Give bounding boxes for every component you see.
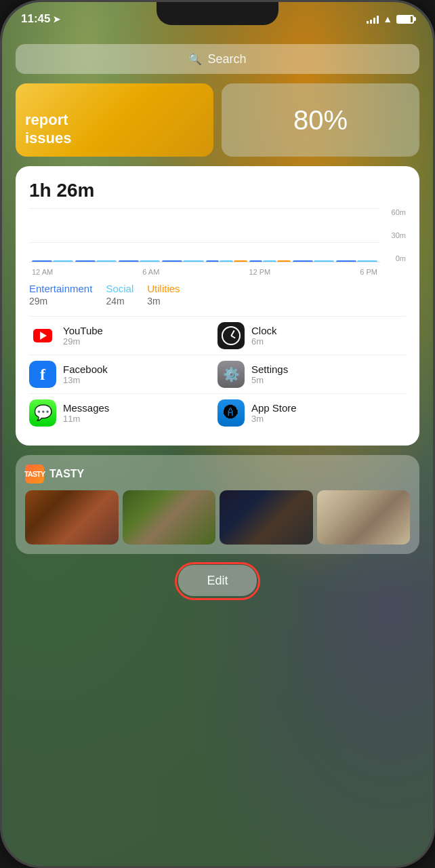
chart-x-6pm: 6 PM: [360, 268, 377, 276]
clock-icon: [218, 322, 245, 349]
app-name-messages: Messages: [63, 402, 109, 414]
app-time-messages: 11m: [63, 414, 109, 424]
search-bar[interactable]: 🔍 Search: [16, 44, 419, 74]
app-item-facebook[interactable]: f Facebook 13m: [29, 355, 218, 393]
chart-y-label-0m: 0m: [396, 254, 406, 262]
wifi-icon: ▲: [383, 14, 392, 24]
chart-y-labels: 60m 30m 0m: [382, 208, 406, 262]
tasty-food-image-1[interactable]: [25, 490, 119, 545]
app-name-appstore: App Store: [251, 402, 297, 414]
search-bar-label: Search: [207, 52, 246, 66]
chart-canvas: [29, 208, 380, 262]
notch: [157, 2, 278, 25]
chart-bar-group-6: [293, 260, 334, 262]
app-item-clock[interactable]: Clock 6m: [218, 316, 406, 355]
chart-x-6am: 6 AM: [142, 268, 159, 276]
tasty-images: [25, 490, 410, 545]
category-utilities-time: 3m: [147, 296, 180, 307]
app-time-appstore: 3m: [251, 414, 297, 424]
tasty-widget[interactable]: TASTY TASTY: [16, 455, 419, 554]
category-utilities: Utilities 3m: [147, 283, 180, 307]
tasty-food-image-2[interactable]: [123, 490, 216, 545]
app-name-clock: Clock: [251, 325, 277, 336]
messages-icon: 💬: [29, 399, 56, 427]
search-icon: 🔍: [188, 53, 202, 66]
category-entertainment-name: Entertainment: [29, 283, 92, 294]
edit-button-label: Edit: [207, 574, 228, 588]
category-utilities-name: Utilities: [147, 283, 180, 294]
category-entertainment: Entertainment 29m: [29, 283, 92, 307]
battery-widget[interactable]: 80%: [222, 83, 419, 157]
chart-bar-group-3: [162, 260, 203, 262]
app-name-youtube: YouTube: [63, 325, 103, 336]
category-entertainment-time: 29m: [29, 296, 92, 307]
tasty-logo: TASTY: [25, 465, 44, 484]
category-social-time: 24m: [106, 296, 133, 307]
chart-bar-group-4: [206, 260, 247, 262]
app-item-settings[interactable]: ⚙️ Settings 5m: [218, 355, 406, 393]
screen-time-widget[interactable]: 1h 26m: [16, 166, 419, 446]
app-list: YouTube 29m Clock: [29, 316, 406, 432]
screen: 11:45 ➤ ▲ 🔍 Search: [2, 2, 433, 866]
signal-icon: [367, 14, 379, 24]
chart-x-12am: 12 AM: [32, 268, 53, 276]
category-social-name: Social: [106, 283, 133, 294]
app-item-messages[interactable]: 💬 Messages 11m: [29, 393, 218, 432]
screen-time-total: 1h 26m: [29, 180, 406, 201]
location-icon: ➤: [53, 14, 60, 24]
status-time: 11:45 ➤: [21, 12, 60, 26]
chart-bar-group-2: [119, 260, 160, 262]
edit-button-container: Edit: [16, 565, 419, 596]
chart-x-labels: 12 AM 6 AM 12 PM 6 PM: [29, 268, 380, 276]
time-display: 11:45: [21, 12, 50, 26]
app-time-clock: 6m: [251, 336, 277, 347]
chart-bar-group-1: [75, 260, 117, 262]
chart-bar-group-5: [249, 260, 291, 262]
chart-bars: [29, 208, 380, 262]
app-time-facebook: 13m: [63, 375, 108, 385]
app-time-settings: 5m: [251, 375, 288, 385]
phone-frame: 11:45 ➤ ▲ 🔍 Search: [0, 0, 435, 868]
chart-x-12pm: 12 PM: [249, 268, 270, 276]
chart-bar-group-7: [336, 260, 377, 262]
tasty-food-image-3[interactable]: [220, 490, 313, 545]
issues-widget-text: reportissues: [25, 111, 204, 147]
edit-button[interactable]: Edit: [178, 565, 257, 596]
chart-y-label-30m: 30m: [392, 231, 406, 239]
tasty-food-image-4[interactable]: [317, 490, 411, 545]
app-name-settings: Settings: [251, 363, 288, 375]
battery-widget-text: 80%: [293, 105, 348, 136]
app-time-youtube: 29m: [63, 336, 103, 347]
tasty-brand-name: TASTY: [49, 468, 84, 480]
facebook-icon: f: [29, 361, 56, 388]
tasty-header: TASTY TASTY: [25, 465, 410, 484]
app-name-facebook: Facebook: [63, 363, 108, 375]
categories: Entertainment 29m Social 24m Utilities 3…: [29, 283, 406, 307]
appstore-icon: 🅐: [218, 399, 245, 427]
app-item-youtube[interactable]: YouTube 29m: [29, 316, 218, 355]
status-icons: ▲: [367, 14, 414, 24]
battery-fill: [398, 16, 411, 22]
screen-time-chart: 60m 30m 0m 12 AM 6 AM 12 PM 6 PM: [29, 208, 406, 276]
content-area: 🔍 Search reportissues 80% 1h 26m: [2, 36, 433, 866]
app-item-appstore[interactable]: 🅐 App Store 3m: [218, 393, 406, 432]
battery-icon: [396, 15, 414, 24]
settings-icon: ⚙️: [218, 361, 245, 388]
top-widgets-row: reportissues 80%: [16, 83, 419, 157]
chart-bar-group-0: [32, 260, 73, 262]
category-social: Social 24m: [106, 283, 133, 307]
chart-y-label-60m: 60m: [392, 208, 406, 216]
issues-widget[interactable]: reportissues: [16, 83, 213, 157]
youtube-icon: [29, 322, 56, 349]
